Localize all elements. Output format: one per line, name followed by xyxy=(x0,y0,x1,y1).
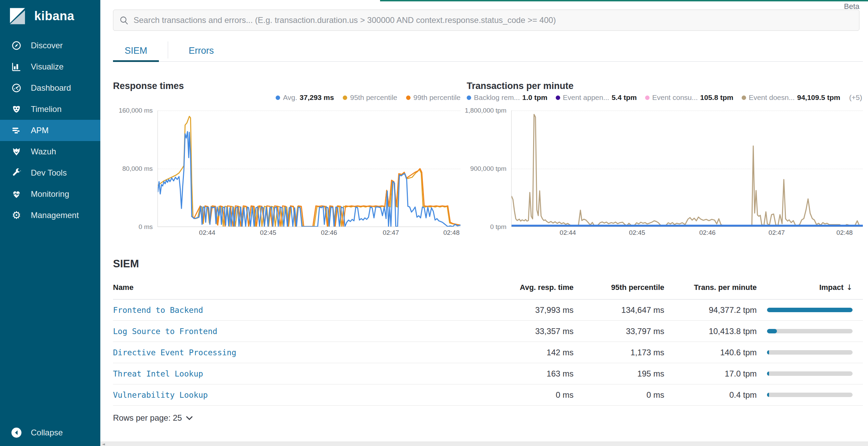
tpm-chart: Transactions per minute Backlog rem... 1… xyxy=(467,81,863,237)
search-input[interactable] xyxy=(134,15,853,25)
avg-resp-time-cell: 163 ms xyxy=(461,369,574,379)
legend-item-event-doesn[interactable]: Event doesn... 94,109.5 tpm xyxy=(742,93,840,102)
sort-desc-icon: ↓ xyxy=(846,283,853,292)
wrench-icon xyxy=(10,168,23,178)
tpm-cell: 17.0 tpm xyxy=(664,369,757,379)
legend-item-avg[interactable]: Avg. 37,293 ms xyxy=(276,93,334,102)
response-times-chart: Response times Avg. 37,293 ms 95th perce… xyxy=(113,81,461,237)
p95-cell: 33,797 ms xyxy=(574,327,664,336)
tpm-lines xyxy=(512,111,863,227)
column-header-p95[interactable]: 95th percentile xyxy=(574,283,664,292)
tab-siem[interactable]: SIEM xyxy=(113,40,159,61)
sidebar: kibana Discover Visualize Dashboard Time… xyxy=(0,0,100,446)
transaction-link[interactable]: Frontend to Backend xyxy=(113,306,203,315)
y-axis: 160,000 ms 80,000 ms 0 ms xyxy=(113,111,158,227)
heartbeat-icon xyxy=(10,189,23,199)
column-header-name[interactable]: Name xyxy=(113,283,461,292)
sidebar-item-timelion[interactable]: Timelion xyxy=(0,99,100,120)
transaction-link[interactable]: Threat Intel Lookup xyxy=(113,369,203,378)
column-header-avg[interactable]: Avg. resp. time xyxy=(461,283,574,292)
avg-resp-time-cell: 142 ms xyxy=(461,348,574,357)
sidebar-item-visualize[interactable]: Visualize xyxy=(0,56,100,77)
column-header-tpm[interactable]: Trans. per minute xyxy=(664,283,757,292)
p95-cell: 1,173 ms xyxy=(574,348,664,357)
legend-item-event-appen[interactable]: Event appen... 5.4 tpm xyxy=(556,93,637,102)
legend-dot xyxy=(276,95,280,100)
loading-indicator xyxy=(380,0,868,1)
impact-bar xyxy=(767,329,853,333)
avg-resp-time-cell: 37,993 ms xyxy=(461,305,574,315)
p95-cell: 195 ms xyxy=(574,369,664,379)
search-icon xyxy=(119,16,129,25)
search-bar xyxy=(113,10,859,31)
sidebar-item-dashboard[interactable]: Dashboard xyxy=(0,77,100,99)
legend-item-95th[interactable]: 95th percentile xyxy=(343,93,397,102)
table-row: Vulnerability Lookup 0 ms 0 ms 0.4 tpm xyxy=(113,384,863,406)
sidebar-item-apm[interactable]: APM xyxy=(0,120,100,141)
legend-item-event-consu[interactable]: Event consu... 105.8 tpm xyxy=(645,93,733,102)
apm-icon xyxy=(10,125,23,136)
collapse-button[interactable]: Collapse xyxy=(0,422,100,443)
legend-overflow[interactable]: (+5) xyxy=(849,93,862,102)
legend-item-backlog[interactable]: Backlog rem... 1.0 tpm xyxy=(467,93,548,102)
response-times-plot[interactable] xyxy=(158,111,461,227)
tab-divider xyxy=(168,41,168,59)
charts-row: Response times Avg. 37,293 ms 95th perce… xyxy=(113,81,863,237)
legend-dot xyxy=(467,95,471,100)
tpm-plot[interactable] xyxy=(511,111,863,227)
table-header-row: Name Avg. resp. time 95th percentile Tra… xyxy=(113,276,863,300)
scroll-left-icon: ◄ xyxy=(102,442,105,446)
chart-title: Transactions per minute xyxy=(467,81,863,92)
fox-icon xyxy=(10,146,23,157)
siem-section-title: SIEM xyxy=(113,258,863,271)
tab-bar: SIEM Errors xyxy=(113,40,863,62)
legend-dot xyxy=(343,95,347,100)
legend-dot xyxy=(556,95,560,100)
table-row: Log Source to Frontend 33,357 ms 33,797 … xyxy=(113,321,863,342)
compass-icon xyxy=(10,40,23,51)
tpm-cell: 94,377.2 tpm xyxy=(664,305,757,315)
y-axis: 1,800,000 tpm 900,000 tpm 0 tpm xyxy=(467,111,511,227)
legend-item-99th[interactable]: 99th percentile xyxy=(406,93,461,102)
sidebar-item-management[interactable]: ⚙ Management xyxy=(0,205,100,226)
avg-resp-time-cell: 33,357 ms xyxy=(461,327,574,336)
table-row: Directive Event Processing 142 ms 1,173 … xyxy=(113,342,863,363)
collapse-icon xyxy=(10,427,23,438)
table-row: Threat Intel Lookup 163 ms 195 ms 17.0 t… xyxy=(113,363,863,384)
tpm-legend: Backlog rem... 1.0 tpm Event appen... 5.… xyxy=(467,92,863,103)
gauge-icon xyxy=(10,83,23,93)
sidebar-item-devtools[interactable]: Dev Tools xyxy=(0,162,100,183)
main-content: Beta SIEM Errors Response times Avg. 37,… xyxy=(100,0,868,446)
kibana-logo-icon xyxy=(8,7,27,25)
transaction-link[interactable]: Directive Event Processing xyxy=(113,348,236,357)
impact-bar xyxy=(767,308,853,312)
transaction-link[interactable]: Vulnerability Lookup xyxy=(113,391,208,399)
chart-body: 160,000 ms 80,000 ms 0 ms xyxy=(113,111,461,227)
sidebar-item-discover[interactable]: Discover xyxy=(0,35,100,56)
rows-per-page-dropdown[interactable]: Rows per page: 25 xyxy=(113,413,863,423)
bar-chart-icon xyxy=(10,62,23,72)
chart-title: Response times xyxy=(113,81,461,92)
sidebar-item-wazuh[interactable]: Wazuh xyxy=(0,141,100,162)
impact-bar xyxy=(767,393,853,397)
chart-body: 1,800,000 tpm 900,000 tpm 0 tpm xyxy=(467,111,863,227)
response-times-legend: Avg. 37,293 ms 95th percentile 99th perc… xyxy=(113,92,461,103)
column-header-impact[interactable]: Impact ↓ xyxy=(757,283,863,292)
horizontal-scrollbar[interactable]: ◄ xyxy=(100,442,868,446)
kibana-logo-text: kibana xyxy=(34,9,74,23)
chevron-down-icon xyxy=(186,416,193,420)
owl-icon xyxy=(10,104,23,114)
beta-badge: Beta xyxy=(844,2,859,11)
transaction-link[interactable]: Log Source to Frontend xyxy=(113,327,217,336)
sidebar-nav: Discover Visualize Dashboard Timelion AP… xyxy=(0,35,100,226)
legend-dot xyxy=(742,95,746,100)
tab-errors[interactable]: Errors xyxy=(177,40,226,61)
tpm-cell: 10,413.8 tpm xyxy=(664,327,757,336)
tpm-cell: 140.6 tpm xyxy=(664,348,757,357)
kibana-logo[interactable]: kibana xyxy=(0,0,100,30)
impact-bar xyxy=(767,350,853,355)
legend-dot xyxy=(406,95,411,100)
siem-table: Name Avg. resp. time 95th percentile Tra… xyxy=(113,276,863,406)
sidebar-item-monitoring[interactable]: Monitoring xyxy=(0,183,100,205)
legend-dot xyxy=(645,95,650,100)
